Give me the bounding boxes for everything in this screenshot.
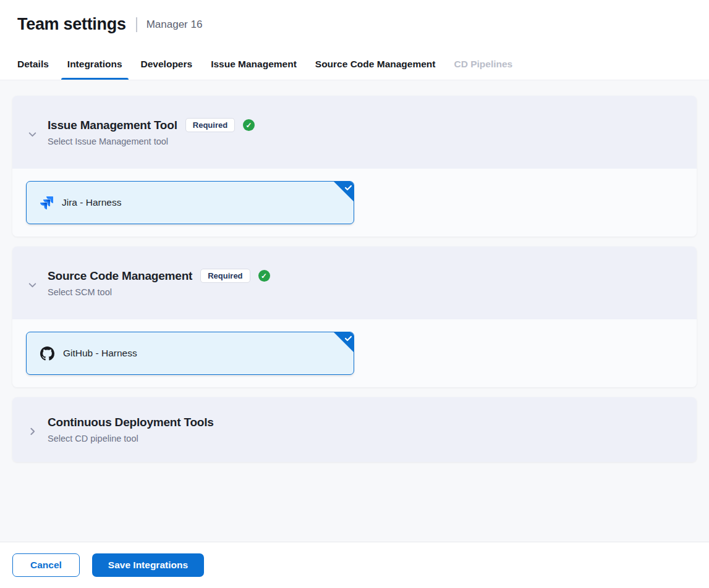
page-header: Team settings Manager 16 — [0, 0, 709, 48]
section-body-issue-management: Jira - Harness — [12, 169, 697, 237]
title-separator — [136, 17, 137, 32]
integrations-panel: Issue Management Tool Required ✓ Select … — [0, 80, 709, 542]
required-badge: Required — [200, 269, 250, 283]
section-source-code-management: Source Code Management Required ✓ Select… — [12, 246, 697, 387]
section-continuous-deployment-tools: Continuous Deployment Tools Select CD pi… — [12, 397, 697, 462]
tool-name: GitHub - Harness — [63, 348, 137, 359]
completed-check-icon: ✓ — [243, 119, 255, 131]
chevron-down-icon — [27, 280, 38, 290]
section-subtitle: Select SCM tool — [48, 287, 270, 297]
section-title: Issue Management Tool — [48, 119, 177, 132]
save-integrations-button[interactable]: Save Integrations — [92, 553, 204, 577]
github-icon — [40, 346, 54, 361]
tab-details[interactable]: Details — [17, 48, 49, 80]
selected-check-icon — [333, 332, 354, 353]
team-settings-page: Team settings Manager 16 Details Integra… — [0, 0, 709, 588]
completed-check-icon: ✓ — [258, 270, 270, 282]
tab-bar: Details Integrations Developers Issue Ma… — [0, 48, 709, 80]
section-title: Source Code Management — [48, 269, 192, 283]
tab-source-code-management[interactable]: Source Code Management — [315, 48, 436, 80]
tab-integrations[interactable]: Integrations — [67, 48, 122, 80]
section-title: Continuous Deployment Tools — [48, 416, 214, 429]
footer-action-bar: Cancel Save Integrations — [0, 542, 709, 588]
page-title: Team settings — [17, 15, 126, 34]
section-header-scm[interactable]: Source Code Management Required ✓ Select… — [12, 246, 697, 319]
required-badge: Required — [185, 118, 235, 132]
selected-check-icon — [333, 181, 354, 202]
tool-name: Jira - Harness — [62, 197, 121, 208]
cancel-button[interactable]: Cancel — [12, 553, 80, 577]
section-subtitle: Select CD pipeline tool — [48, 434, 214, 443]
tab-developers[interactable]: Developers — [141, 48, 193, 80]
tool-card-github-harness[interactable]: GitHub - Harness — [26, 332, 354, 375]
page-context-label: Manager 16 — [146, 19, 203, 31]
section-subtitle: Select Issue Management tool — [48, 136, 255, 146]
section-header-issue-management[interactable]: Issue Management Tool Required ✓ Select … — [12, 96, 697, 169]
tool-card-jira-harness[interactable]: Jira - Harness — [26, 181, 354, 224]
chevron-down-icon — [27, 129, 38, 140]
chevron-right-icon — [27, 426, 38, 437]
section-header-cd-tools[interactable]: Continuous Deployment Tools Select CD pi… — [12, 397, 697, 462]
jira-icon — [40, 196, 53, 209]
tab-issue-management[interactable]: Issue Management — [211, 48, 297, 80]
section-issue-management-tool: Issue Management Tool Required ✓ Select … — [12, 96, 697, 237]
tab-cd-pipelines: CD Pipelines — [454, 48, 512, 80]
section-body-scm: GitHub - Harness — [12, 319, 697, 387]
